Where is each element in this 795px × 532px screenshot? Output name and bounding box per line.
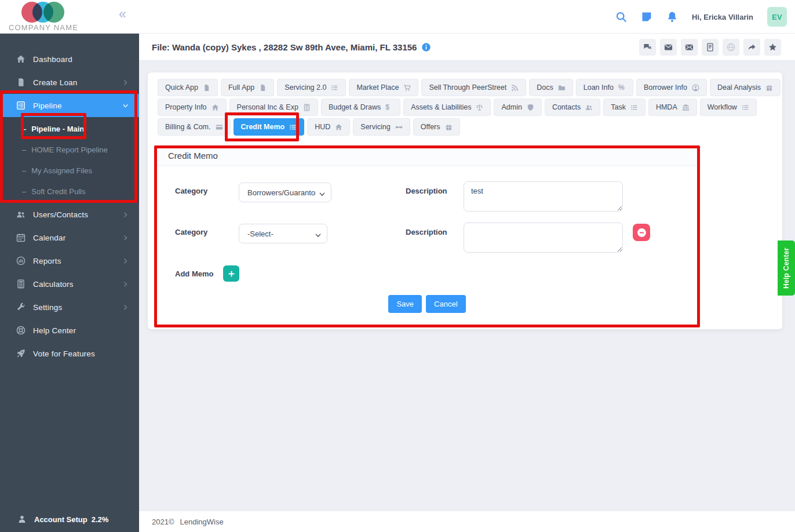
sidebar: DashboardCreate LoanPipeline–Pipeline - … (0, 34, 139, 532)
reports-icon (16, 256, 25, 265)
gift-icon (765, 84, 773, 92)
share-button[interactable] (743, 39, 760, 56)
chat-button[interactable] (639, 39, 656, 56)
tab-workflow[interactable]: Workflow (700, 99, 757, 116)
tab-offers[interactable]: Offers (413, 118, 460, 136)
help-center-tab[interactable]: Help Center (778, 241, 795, 296)
document-button[interactable] (702, 39, 719, 56)
memo-row-2: Category-Select-Description (154, 224, 700, 257)
add-memo-button[interactable] (223, 265, 239, 282)
tab-label: HUD (315, 123, 330, 131)
sidebar-item-settings[interactable]: Settings (0, 296, 139, 319)
tab-budget-draws[interactable]: Budget & Draws$ (321, 99, 400, 116)
sidebar-item-home-report-pipeline[interactable]: –HOME Report Pipeline (0, 139, 139, 160)
cancel-button[interactable]: Cancel (426, 295, 465, 313)
mail-send-button[interactable] (681, 39, 698, 56)
tab-market-place[interactable]: Market Place (349, 79, 418, 96)
loan-file-card: Quick AppFull AppServicing 2.0Market Pla… (148, 72, 782, 329)
sidebar-item-my-assigned-files[interactable]: –My Assigned Files (0, 160, 139, 181)
file-actions (639, 39, 781, 56)
shield-icon (527, 104, 534, 111)
tab-docs[interactable]: Docs (529, 79, 572, 96)
notes-icon[interactable] (641, 11, 652, 23)
sidebar-item-reports[interactable]: Reports (0, 249, 139, 272)
tab-hud[interactable]: HUD (307, 118, 350, 136)
topbar-right: Hi, Ericka Villarin EV (615, 0, 787, 34)
calendar-icon (16, 233, 25, 242)
tab-assets-liabilities[interactable]: Assets & Liabilities (403, 99, 491, 116)
tab-contacts[interactable]: Contacts (545, 99, 600, 116)
user-greeting: Hi, Ericka Villarin (692, 13, 753, 21)
share-icon (747, 43, 756, 52)
description-label: Description (406, 187, 447, 195)
notifications-bell-icon[interactable] (666, 11, 678, 23)
sidebar-item-soft-credit-pulls[interactable]: –Soft Credit Pulls (0, 181, 139, 202)
globe-button[interactable] (723, 39, 739, 56)
sidebar-item-label: Create Loan (33, 78, 78, 87)
sidebar-item-dashboard[interactable]: Dashboard (0, 48, 139, 71)
panel-title: Credit Memo (154, 145, 700, 166)
tab-quick-app[interactable]: Quick App (158, 79, 218, 96)
tab-label: Budget & Draws (329, 103, 381, 111)
sidebar-item-calculators[interactable]: Calculators (0, 272, 139, 296)
tab-label: Credit Memo (241, 123, 285, 131)
add-memo-row: Add Memo (175, 265, 239, 282)
tab-property-info[interactable]: Property Info (158, 99, 227, 116)
tab-servicing[interactable]: Servicing (353, 118, 410, 136)
mail-button[interactable] (660, 39, 677, 56)
star-button[interactable] (764, 39, 781, 56)
description-textarea[interactable] (464, 181, 623, 212)
search-icon[interactable] (615, 11, 627, 23)
tab-borrower-info[interactable]: Borrower Info (636, 79, 707, 96)
person-icon (17, 515, 27, 524)
sidebar-item-help-center[interactable]: Help Center (0, 319, 139, 342)
chevron-right-icon (122, 281, 129, 287)
tab-credit-memo[interactable]: Credit Memo (234, 118, 305, 136)
percent-icon: % (618, 84, 626, 92)
tab-label: Assets & Liabilities (411, 103, 471, 111)
sidebar-item-pipeline-main[interactable]: –Pipeline - Main (0, 118, 139, 139)
topbar: COMPANY NAME « Hi, Ericka Villarin EV (0, 0, 795, 34)
tab-loan-info[interactable]: Loan Info% (576, 79, 633, 96)
description-textarea[interactable] (464, 223, 623, 253)
sidebar-item-account-setup[interactable]: Account Setup 2.2% (0, 515, 139, 524)
chevron-right-icon (122, 304, 129, 311)
tab-label: Sell Through PeerStreet (429, 83, 506, 92)
tab-full-app[interactable]: Full App (221, 79, 274, 96)
sidebar-item-vote-for-features[interactable]: Vote for Features (0, 342, 139, 365)
star-icon (768, 43, 777, 52)
sidebar-item-calendar[interactable]: Calendar (0, 226, 139, 249)
tab-hmda[interactable]: HMDA (648, 99, 697, 116)
tab-admin[interactable]: Admin (494, 99, 541, 116)
category-select[interactable]: -Select- (239, 224, 327, 243)
handshake-icon (395, 123, 403, 131)
sidebar-item-users-contacts[interactable]: Users/Contacts (0, 203, 139, 226)
calculator-icon (16, 279, 25, 289)
dollar-icon: $ (385, 104, 393, 111)
category-select-value: -Select- (247, 229, 273, 238)
tab-billing-com[interactable]: Billing & Com. (158, 118, 231, 136)
file-header: File: Wanda (copy) Sykes , 28282 Sw 89th… (139, 34, 795, 61)
tab-deal-analysis[interactable]: Deal Analysis (710, 79, 781, 96)
tab-servicing-2-0[interactable]: Servicing 2.0 (277, 79, 346, 96)
globe-icon (727, 43, 735, 52)
info-icon[interactable] (421, 42, 431, 52)
sidebar-subitem-label: HOME Report Pipeline (31, 145, 108, 154)
sidebar-item-create-loan[interactable]: Create Loan (0, 71, 139, 94)
tab-row-3: Billing & Com.Credit MemoHUDServicingOff… (158, 118, 775, 136)
avatar[interactable]: EV (767, 7, 787, 27)
save-button[interactable]: Save (388, 295, 422, 313)
tab-row-2: Property InfoPersonal Inc & ExpBudget & … (158, 99, 775, 116)
chevron-right-icon (122, 212, 129, 218)
credit-memo-panel: Credit Memo CategoryBorrowers/Guarantors… (154, 145, 700, 327)
sidebar-item-pipeline[interactable]: Pipeline (0, 94, 139, 117)
tab-sell-through-peerstreet[interactable]: Sell Through PeerStreet (421, 79, 526, 96)
memo-row-1: CategoryBorrowers/GuarantorsDescription (154, 183, 700, 216)
sidebar-collapse-icon[interactable]: « (119, 8, 126, 21)
tab-personal-inc-exp[interactable]: Personal Inc & Exp (229, 99, 318, 116)
company-logo[interactable]: COMPANY NAME (0, 0, 93, 34)
tab-label: Deal Analysis (717, 83, 761, 92)
remove-memo-button[interactable] (633, 224, 650, 241)
tab-task[interactable]: Task (603, 99, 646, 116)
category-select[interactable]: Borrowers/Guarantors (239, 183, 331, 202)
